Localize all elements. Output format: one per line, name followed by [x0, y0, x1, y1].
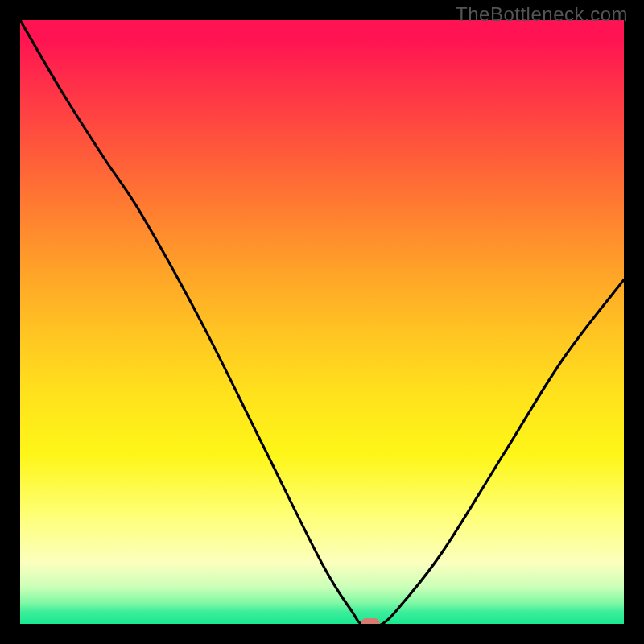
bottleneck-chart: TheBottleneck.com — [0, 0, 644, 644]
optimum-marker — [361, 618, 380, 624]
bottleneck-curve — [20, 20, 624, 624]
watermark-text: TheBottleneck.com — [456, 3, 628, 26]
plot-area — [20, 20, 624, 624]
curve-svg — [20, 20, 624, 624]
